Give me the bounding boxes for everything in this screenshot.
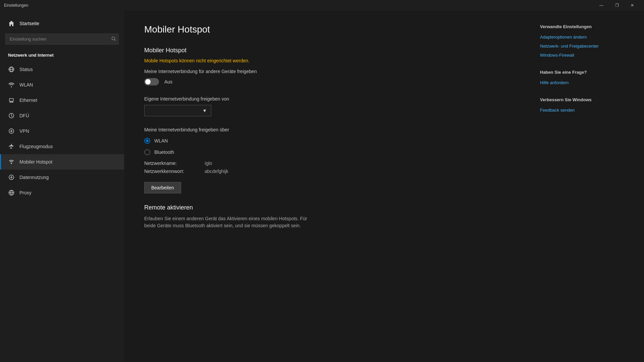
svg-rect-4	[9, 99, 13, 101]
radio-bluetooth[interactable]: Bluetooth	[144, 149, 510, 155]
network-pass-row: Netzwerkkennwort: abcdefghijk	[144, 169, 510, 174]
feedback-link[interactable]: Feedback senden	[540, 108, 634, 113]
sidebar-item-ethernet[interactable]: Ethernet	[0, 93, 124, 108]
titlebar-title: Einstellungen	[4, 3, 28, 8]
radio-bluetooth-circle	[144, 149, 150, 155]
adapter-link[interactable]: Adapteroptionen ändern	[540, 35, 634, 40]
network-center-link[interactable]: Netzwerk- und Freigabecenter	[540, 44, 634, 49]
page-title: Mobiler Hotspot	[144, 24, 510, 35]
network-name-row: Netzwerkname: Iglo	[144, 161, 510, 166]
titlebar-controls: — ❐ ✕	[594, 0, 640, 11]
right-panel: Verwandte Einstellungen Adapteroptionen …	[530, 11, 644, 362]
remote-title: Remote aktivieren	[144, 204, 510, 211]
remote-desc: Erlauben Sie einem anderen Gerät das Akt…	[144, 215, 319, 229]
sidebar-item-label: Mobiler Hotspot	[19, 159, 52, 165]
toggle-knob	[145, 79, 151, 84]
sidebar-item-label: Flugzeugmodus	[19, 144, 53, 149]
network-info: Netzwerkname: Iglo Netzwerkkennwort: abc…	[144, 161, 510, 174]
svg-point-0	[112, 37, 115, 40]
radio-wlan[interactable]: WLAN	[144, 138, 510, 144]
sidebar-item-home[interactable]: Startseite	[0, 16, 124, 31]
share-label: Meine Internetverbindung für andere Gerä…	[144, 69, 510, 74]
sidebar-item-wlan[interactable]: WLAN	[0, 77, 124, 93]
dropdown-label: Eigene Internetverbindung freigeben von	[144, 96, 510, 102]
help-link[interactable]: Hilfe anfordern	[540, 80, 634, 85]
network-name-key: Netzwerkname:	[144, 161, 198, 166]
dial-icon	[8, 112, 15, 119]
sidebar-item-datennutzung[interactable]: Datennutzung	[0, 170, 124, 185]
network-pass-key: Netzwerkkennwort:	[144, 169, 198, 174]
network-name-val: Iglo	[205, 161, 212, 166]
data-icon	[8, 174, 15, 181]
sidebar-item-dfu[interactable]: DFÜ	[0, 108, 124, 123]
sidebar-home-label: Startseite	[19, 21, 39, 26]
wifi-icon	[8, 81, 15, 88]
svg-point-10	[11, 163, 12, 164]
sidebar-item-proxy[interactable]: Proxy	[0, 185, 124, 200]
radio-wlan-label: WLAN	[154, 138, 168, 143]
improve-title: Verbessern Sie Windows	[540, 97, 634, 102]
sidebar-item-label: Ethernet	[19, 98, 37, 103]
search-icon[interactable]	[111, 36, 116, 42]
related-title: Verwandte Einstellungen	[540, 24, 634, 29]
sidebar-section-title: Netzwerk und Internet	[0, 50, 124, 62]
edit-button[interactable]: Bearbeiten	[144, 182, 181, 193]
vpn-icon	[8, 128, 15, 134]
airplane-icon	[8, 143, 15, 150]
connection-source-dropdown[interactable]: ▼	[144, 105, 211, 116]
radio-wlan-circle	[144, 138, 150, 144]
sidebar-item-vpn[interactable]: VPN	[0, 123, 124, 139]
ethernet-icon	[8, 97, 15, 104]
home-icon	[8, 20, 15, 27]
proxy-icon	[8, 189, 15, 196]
question-title: Haben Sie eine Frage?	[540, 70, 634, 75]
sidebar-item-hotspot[interactable]: Mobiler Hotspot	[0, 154, 124, 170]
maximize-button[interactable]: ❐	[609, 0, 625, 11]
titlebar: Einstellungen — ❐ ✕	[0, 0, 644, 11]
sidebar-item-label: Datennutzung	[19, 175, 49, 180]
svg-line-1	[115, 40, 116, 41]
sidebar-item-label: VPN	[19, 128, 29, 134]
toggle-label: Aus	[164, 79, 172, 84]
hotspot-icon	[8, 159, 15, 165]
close-button[interactable]: ✕	[625, 0, 640, 11]
hotspot-toggle-row: Aus	[144, 78, 510, 85]
sidebar-item-label: WLAN	[19, 82, 33, 87]
radio-bluetooth-label: Bluetooth	[154, 149, 174, 155]
hotspot-toggle[interactable]	[144, 78, 159, 85]
sidebar-item-flugzeug[interactable]: Flugzeugmodus	[0, 139, 124, 154]
improve-section: Verbessern Sie Windows Feedback senden	[540, 97, 634, 113]
warning-text: Mobile Hotspots können nicht eingerichte…	[144, 58, 510, 63]
search-box	[5, 34, 119, 45]
sidebar: Startseite Netzwerk und Internet	[0, 11, 124, 362]
network-pass-val: abcdefghijk	[205, 169, 228, 174]
search-input[interactable]	[5, 34, 119, 45]
radio-group-label: Meine Internetverbindung freigeben über	[144, 127, 510, 132]
sidebar-item-label: DFÜ	[19, 113, 29, 118]
main-content: Mobiler Hotspot Mobiler Hotspot Mobile H…	[124, 11, 530, 362]
dropdown-arrow-icon: ▼	[202, 108, 207, 113]
status-icon	[8, 66, 15, 73]
sidebar-item-label: Status	[19, 67, 33, 72]
app-container: Startseite Netzwerk und Internet	[0, 11, 644, 362]
question-section: Haben Sie eine Frage? Hilfe anfordern	[540, 70, 634, 85]
minimize-button[interactable]: —	[594, 0, 609, 11]
hotspot-section-title: Mobiler Hotspot	[144, 47, 510, 54]
sidebar-item-label: Proxy	[19, 190, 32, 195]
sidebar-item-status[interactable]: Status	[0, 62, 124, 77]
firewall-link[interactable]: Windows-Firewall	[540, 53, 634, 58]
